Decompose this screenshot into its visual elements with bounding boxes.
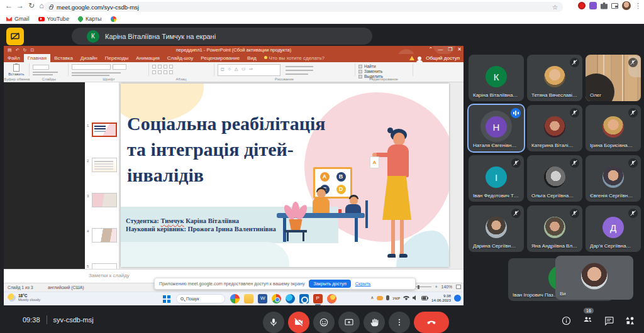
extensions-puzzle-icon[interactable] — [601, 3, 608, 9]
align-right-button[interactable] — [164, 70, 167, 74]
tab-design[interactable]: Дизайн — [77, 54, 101, 62]
volume-icon[interactable] — [413, 295, 418, 300]
reactions-button[interactable] — [313, 312, 335, 333]
slide-thumbnail-2[interactable] — [92, 158, 117, 172]
reload-icon[interactable]: ↻ — [26, 1, 36, 10]
bookmark-youtube[interactable]: YouTube — [38, 16, 69, 22]
chat-button[interactable] — [604, 315, 614, 326]
tray-onedrive-icon[interactable] — [377, 296, 383, 300]
shapes-gallery[interactable]: ◻ ○ △ ⬭ ⇨ — [218, 64, 280, 76]
restore-icon[interactable]: ❒ — [448, 46, 452, 52]
slide-canvas[interactable]: Соціальна реабілітація та інтеграція діт… — [121, 84, 449, 267]
tab-animations[interactable]: Анимация — [132, 54, 164, 62]
info-button[interactable] — [561, 315, 572, 326]
forward-icon[interactable]: → — [15, 1, 25, 10]
extension-red-icon[interactable] — [578, 2, 586, 9]
taskbar-clock[interactable]: 9:38 14.06.2023 — [431, 293, 451, 302]
new-slide-button[interactable] — [33, 65, 49, 70]
participant-tile[interactable]: Ірина Борисівна… — [586, 105, 641, 151]
app-browser-icon[interactable] — [327, 294, 336, 303]
minimize-icon[interactable]: — — [438, 46, 443, 52]
participant-tile[interactable]: Ольга Сергіївна… — [527, 155, 582, 202]
app-widgets-icon[interactable] — [230, 294, 240, 303]
notification-badge[interactable] — [454, 295, 461, 302]
bookmark-maps[interactable]: Карты — [78, 16, 102, 22]
fit-slide-icon[interactable] — [456, 285, 461, 289]
bullets-button[interactable] — [152, 65, 156, 68]
participant-tile-speaking[interactable]: Н Наталя Євгенівн… — [469, 105, 524, 151]
paste-button[interactable]: Вставить — [8, 64, 25, 76]
participant-tile[interactable]: Тетяна Вячеславі… — [527, 55, 582, 101]
participant-tile[interactable]: К Каріна Віталіївна… — [469, 55, 524, 101]
profile-avatar[interactable] — [622, 1, 631, 10]
browser-menu-icon[interactable]: ⋮ — [635, 2, 641, 10]
app-powerpoint-icon[interactable] — [313, 294, 323, 303]
bookmark-star-icon[interactable]: ☆ — [552, 4, 558, 11]
participant-tile[interactable]: І Іван Федотович Т… — [469, 155, 524, 202]
hide-share-bar-link[interactable]: Скрыть — [355, 281, 371, 287]
ribbon-options-icon[interactable]: ⌃ — [428, 46, 433, 52]
presenting-banner[interactable]: К Каріна Віталіївна Тимчук на екрані — [72, 28, 372, 45]
tab-review[interactable]: Рецензирование — [197, 54, 243, 62]
keyboard-language[interactable]: УКР — [392, 296, 400, 300]
font-name-dropdown[interactable] — [72, 64, 111, 70]
language-indicator[interactable]: английский (США) — [48, 285, 84, 290]
slide-thumbnail-3[interactable] — [92, 193, 117, 207]
slide-thumbnail-1[interactable] — [92, 123, 117, 137]
present-button[interactable] — [338, 312, 360, 333]
share-button[interactable]: Общий доступ — [426, 55, 460, 61]
mic-button[interactable] — [263, 312, 284, 333]
zoom-in-icon[interactable]: + — [435, 285, 438, 289]
bookmark-photos[interactable] — [111, 16, 116, 22]
presentation-paused-icon[interactable] — [6, 28, 24, 45]
people-button[interactable]: 16 — [582, 314, 594, 327]
align-center-button[interactable] — [158, 70, 162, 74]
tab-transitions[interactable]: Переходы — [101, 54, 133, 62]
spacing-button[interactable] — [169, 65, 173, 68]
battery-icon[interactable] — [421, 296, 428, 300]
activities-button[interactable] — [625, 315, 635, 326]
app-explorer-icon[interactable] — [244, 294, 253, 303]
align-left-button[interactable] — [152, 70, 156, 74]
tab-slideshow[interactable]: Слайд-шоу — [164, 54, 197, 62]
tab-view[interactable]: Вид — [243, 54, 260, 62]
bookmark-gmail[interactable]: Gmail — [6, 16, 30, 22]
camera-off-button[interactable] — [288, 312, 309, 333]
tab-file[interactable]: Файл — [4, 54, 24, 62]
slide-thumbnail-panel[interactable]: 1 2 3 4 5 — [85, 82, 119, 269]
more-options-button[interactable] — [389, 312, 410, 333]
activation-warning-icon[interactable] — [409, 56, 414, 60]
raise-hand-button[interactable] — [364, 312, 385, 333]
app-chrome-icon[interactable] — [272, 294, 281, 303]
indent-button[interactable] — [164, 65, 167, 68]
app-word-icon[interactable] — [258, 294, 267, 303]
font-size-dropdown[interactable] — [113, 64, 126, 70]
tray-chevron-icon[interactable]: ∧ — [370, 295, 374, 300]
participant-tile[interactable]: Д Дар’я Сергіївна… — [586, 205, 641, 252]
zoom-level[interactable]: 140% — [441, 285, 452, 289]
picture-in-picture-icon[interactable] — [611, 3, 618, 9]
tell-me-box[interactable]: Что вы хотите сделать? — [260, 54, 328, 62]
participant-tile[interactable]: Олег — [586, 55, 641, 101]
app-edge-icon[interactable] — [286, 294, 295, 303]
close-icon[interactable]: ✕ — [457, 46, 462, 52]
tab-insert[interactable]: Вставка — [50, 54, 77, 62]
stop-sharing-button[interactable]: Закрыть доступ — [309, 280, 350, 288]
participant-tile[interactable]: Яна Андріївна Вл… — [527, 205, 582, 252]
taskbar-weather[interactable]: 18°C Mostly cloudy — [8, 293, 40, 302]
participant-tile[interactable]: Євгенія Сергіївн… — [586, 155, 641, 202]
numbering-button[interactable] — [158, 65, 162, 68]
self-view-tile[interactable]: Ви — [555, 256, 633, 300]
participant-tile[interactable]: Катерина Віталі… — [527, 105, 582, 151]
extension-purple-icon[interactable] — [589, 2, 597, 9]
tab-home[interactable]: Главная — [24, 54, 50, 62]
start-button[interactable] — [163, 295, 170, 303]
app-outlook-icon[interactable] — [299, 294, 309, 303]
end-call-button[interactable] — [414, 312, 449, 333]
participant-tile[interactable]: Дарина Сергіївн… — [469, 205, 524, 252]
find-button[interactable]: Найти — [358, 64, 376, 68]
slide-thumbnail-4[interactable] — [92, 228, 117, 243]
tray-mic-icon[interactable] — [386, 295, 389, 300]
address-bar[interactable]: meet.google.com/syv-csdb-msj ☆ — [44, 2, 563, 12]
justify-button[interactable] — [169, 70, 173, 74]
